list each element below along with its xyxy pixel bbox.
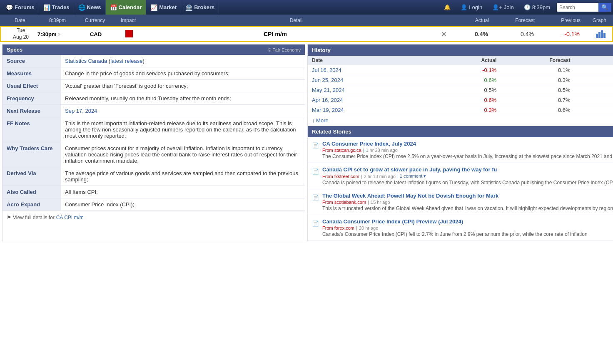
bell-icon: 🔔 [444, 4, 451, 10]
clock: 🕑 8:39pm [521, 4, 553, 10]
specs-label-source: Source [2, 55, 61, 67]
search-button[interactable]: 🔍 [598, 3, 611, 12]
trades-icon: 📊 [43, 4, 50, 11]
event-detail: CPI m/m [146, 31, 405, 37]
story-title[interactable]: Canada Consumer Price Index (CPI) Previe… [322, 218, 613, 225]
specs-label-ff-notes: FF Notes [2, 117, 61, 142]
story-divider: | [363, 148, 364, 153]
history-date-link[interactable]: Apr 16, 2024 [312, 97, 343, 103]
specs-row-measures: Measures Change in the price of goods an… [2, 67, 305, 80]
specs-table: Source Statistics Canada (latest release… [2, 55, 305, 211]
event-graph[interactable] [580, 30, 609, 39]
story-divider: | [368, 200, 369, 205]
next-release-link[interactable]: Sep 17, 2024 [65, 108, 97, 114]
nav-trades[interactable]: 📊 Trades [39, 0, 74, 15]
story-title[interactable]: CA Consumer Price Index, July 2024 [322, 141, 613, 147]
login-icon: 👤 [461, 4, 467, 10]
col-previous: Previous [535, 17, 581, 23]
specs-row-derived-via: Derived Via The average price of various… [2, 167, 305, 186]
history-forecast: 0.1% [496, 67, 570, 73]
specs-panel: Specs © Fair Economy Source Statistics C… [2, 44, 305, 241]
specs-row-usual-effect: Usual Effect 'Actual' greater than 'Fore… [2, 80, 305, 92]
nav-news[interactable]: 🌐 News [74, 0, 106, 15]
story-source: From forex.com [322, 225, 354, 230]
specs-row-frequency: Frequency Released monthly, usually on t… [2, 92, 305, 105]
history-previous: 0.5% [571, 77, 613, 83]
history-col-actual: Actual [423, 57, 496, 63]
specs-value-why-traders: Consumer prices account for a majority o… [61, 142, 305, 167]
story-source: From scotiabank.com [322, 200, 366, 205]
nav-right: 🔔 👤 Login 👤+ Join 🕑 8:39pm 🔍 [441, 3, 611, 12]
event-forecast: 0.4% [488, 31, 534, 37]
specs-value-also-called: All Items CPI; [61, 186, 305, 198]
event-date: Tue Aug 20 [4, 27, 37, 40]
history-date-link[interactable]: Jun 25, 2024 [312, 77, 343, 83]
nav-forums[interactable]: 💬 Forums [2, 0, 39, 15]
history-date: Jun 25, 2024 [312, 77, 423, 83]
nav-market[interactable]: 📈 Market [146, 0, 181, 15]
col-currency: Currency [78, 17, 112, 23]
specs-label-why-traders: Why Traders Care [2, 142, 61, 167]
specs-label-measures: Measures [2, 67, 61, 80]
story-item: 📄 Canada Consumer Price Index (CPI) Prev… [308, 215, 613, 241]
history-date-link[interactable]: Mar 19, 2024 [312, 107, 344, 113]
source-link[interactable]: Statistics Canada [65, 58, 107, 64]
more-button[interactable]: ↓ More [312, 117, 329, 124]
history-forecast: 0.3% [496, 77, 570, 83]
view-full-link[interactable]: CA CPI m/m [56, 215, 84, 220]
col-graph: Graph [581, 17, 610, 23]
related-stories-header: Related Stories [308, 126, 613, 137]
story-content: Canada CPI set to grow at slower pace in… [322, 166, 613, 186]
history-row: Jul 16, 2024 -0.1% 0.1% 0.6% [308, 65, 613, 75]
nav-brokers[interactable]: 🏦 Brokers [181, 0, 219, 15]
login-button[interactable]: 👤 Login [457, 4, 486, 10]
join-button[interactable]: 👤+ Join [489, 4, 517, 10]
event-impact [112, 30, 146, 39]
story-content: CA Consumer Price Index, July 2024 From … [322, 141, 613, 159]
story-excerpt: The Consumer Price Index (CPI) rose 2.5%… [322, 154, 613, 159]
history-previous: 0.3% [571, 97, 613, 103]
history-date-link[interactable]: May 21, 2024 [312, 87, 345, 93]
story-content: The Global Week Ahead: Powell May Not be… [322, 193, 613, 211]
story-time: 2 hr 13 min ago [364, 174, 395, 179]
story-divider: | [356, 225, 357, 230]
top-nav: 💬 Forums 📊 Trades 🌐 News 📅 Calendar 📈 Ma… [0, 0, 613, 15]
history-date: Apr 16, 2024 [312, 97, 423, 103]
history-row: Jun 25, 2024 0.6% 0.3% 0.5% [308, 75, 613, 85]
specs-row-ff-notes: FF Notes This is the most important infl… [2, 117, 305, 142]
main-content: Specs © Fair Economy Source Statistics C… [0, 42, 613, 243]
event-time: 7:30pm » [37, 31, 79, 37]
story-meta: From forex.com | 20 hr ago [322, 225, 613, 230]
specs-label-next-release: Next Release [2, 105, 61, 117]
specs-label-derived-via: Derived Via [2, 167, 61, 186]
notifications-bell[interactable]: 🔔 [441, 4, 454, 10]
story-comments[interactable]: | 1 comment ▾ [397, 173, 426, 179]
history-previous: 0.0% [571, 107, 613, 113]
story-title[interactable]: The Global Week Ahead: Powell May Not be… [322, 193, 613, 199]
story-excerpt: Canada's Consumer Price Index (CPI) fell… [322, 231, 613, 237]
bar-chart-icon [596, 30, 606, 38]
specs-value-frequency: Released monthly, usually on the third T… [61, 92, 305, 105]
nav-calendar[interactable]: 📅 Calendar [106, 0, 147, 15]
actual-placeholder-icon[interactable]: ✕ [441, 31, 446, 38]
event-previous: -0.1% [534, 31, 580, 37]
calendar-header: Date 8:39pm Currency Impact Detail Actua… [0, 15, 613, 26]
latest-release-link[interactable]: latest release [110, 58, 142, 64]
story-excerpt: This is a truncated version of the Globa… [322, 206, 613, 211]
history-actual: 0.3% [423, 107, 496, 113]
time-arrows: » [58, 32, 61, 37]
search-box[interactable]: 🔍 [557, 3, 611, 12]
story-doc-icon: 📄 [312, 142, 319, 149]
story-content: Canada Consumer Price Index (CPI) Previe… [322, 218, 613, 237]
specs-label-usual-effect: Usual Effect [2, 80, 61, 92]
specs-value-acro-expand: Consumer Price Index (CPI); [61, 198, 305, 211]
event-currency: CAD [79, 31, 112, 37]
specs-label-frequency: Frequency [2, 92, 61, 105]
story-title[interactable]: Canada CPI set to grow at slower pace in… [322, 166, 613, 173]
story-meta: From statcan.gc.ca | 1 hr 28 min ago [322, 148, 613, 153]
impact-indicator [125, 30, 133, 37]
story-time: 1 hr 28 min ago [366, 148, 397, 153]
story-meta: From fxstreet.com | 2 hr 13 min ago | 1 … [322, 173, 613, 179]
history-date-link[interactable]: Jul 16, 2024 [312, 67, 341, 73]
search-input[interactable] [557, 3, 598, 12]
